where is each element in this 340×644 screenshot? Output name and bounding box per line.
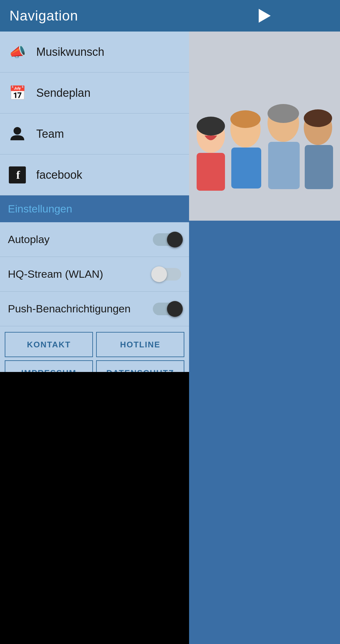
right-panel-top: ADIO.DE prache,Musik! — [186, 0, 340, 221]
buttons-row-1: KONTAKT HOTLINE — [5, 332, 184, 357]
svg-rect-4 — [231, 148, 261, 189]
megaphone-icon: 📣 — [8, 43, 27, 61]
person-icon — [8, 125, 27, 143]
hq-stream-label: HQ-Stream (WLAN) — [8, 268, 153, 280]
svg-point-13 — [14, 127, 21, 135]
svg-point-12 — [304, 109, 332, 127]
nav-item-sendeplan[interactable]: 📅 Sendeplan — [0, 73, 189, 113]
nav-header: Navigation — [0, 0, 189, 32]
black-area — [0, 372, 189, 644]
nav-item-team[interactable]: Team — [0, 113, 189, 154]
right-panel: ADIO.DE prache,Musik! — [186, 0, 340, 644]
push-thumb — [167, 301, 183, 317]
kontakt-button[interactable]: KONTAKT — [5, 332, 93, 357]
hotline-button[interactable]: HOTLINE — [96, 332, 184, 357]
right-panel-bottom — [186, 221, 340, 644]
svg-rect-8 — [305, 145, 333, 189]
svg-point-9 — [197, 117, 225, 136]
calendar-icon: 📅 — [8, 84, 27, 102]
nav-panel: 📣 Musikwunsch 📅 Sendeplan Team f faceboo… — [0, 32, 189, 413]
nav-label-sendeplan: Sendeplan — [36, 86, 90, 100]
nav-title: Navigation — [9, 8, 78, 24]
nav-item-musikwunsch[interactable]: 📣 Musikwunsch — [0, 32, 189, 73]
play-button-area[interactable] — [189, 0, 340, 32]
settings-item-hq-stream[interactable]: HQ-Stream (WLAN) — [0, 257, 189, 292]
settings-item-autoplay[interactable]: Autoplay — [0, 222, 189, 257]
settings-header: Einstellungen — [0, 195, 189, 222]
settings-item-push[interactable]: Push-Benachrichtigungen — [0, 292, 189, 326]
push-toggle[interactable] — [153, 301, 181, 317]
play-button[interactable] — [259, 9, 271, 23]
people-image — [186, 98, 340, 218]
svg-rect-6 — [268, 142, 300, 189]
hq-stream-toggle[interactable] — [153, 266, 181, 282]
nav-item-facebook[interactable]: f facebook — [0, 154, 189, 195]
autoplay-toggle[interactable] — [153, 232, 181, 247]
autoplay-thumb — [167, 232, 183, 247]
svg-point-10 — [230, 110, 261, 128]
nav-label-team: Team — [36, 127, 64, 141]
autoplay-label: Autoplay — [8, 233, 153, 246]
settings-label: Einstellungen — [8, 203, 72, 215]
push-label: Push-Benachrichtigungen — [8, 303, 153, 315]
nav-label-facebook: facebook — [36, 168, 82, 182]
nav-label-musikwunsch: Musikwunsch — [36, 45, 104, 59]
facebook-icon: f — [8, 165, 27, 184]
hq-stream-thumb — [151, 266, 167, 282]
svg-point-11 — [268, 104, 299, 123]
svg-rect-2 — [197, 153, 225, 191]
